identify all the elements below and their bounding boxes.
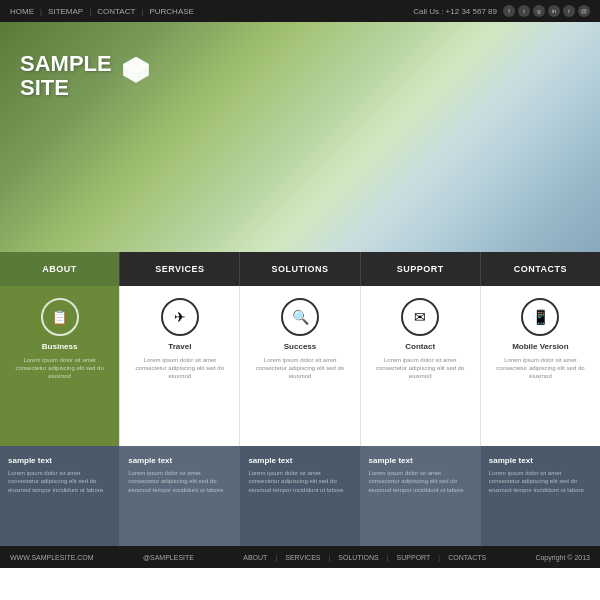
success-label: Success [284,342,316,351]
bottom-text-2: Lorem ipsum dolor sit amet consectetur a… [248,469,351,494]
content-col-0: 📋 Business Lorem ipsum dolor sit amet co… [0,286,120,446]
bottom-text-3: Lorem ipsum dolor sit amet consectetur a… [369,469,472,494]
bottom-col-0: sample text Lorem ipsum dolor sit amet c… [0,446,120,546]
success-icon: 🔍 [281,298,319,336]
social-icons: f t g in r @ [503,5,590,17]
bottom-title-2: sample text [248,456,351,465]
bottom-col-2: sample text Lorem ipsum dolor sit amet c… [240,446,360,546]
top-nav: HOME | SITEMAP | CONTACT | PURCHASE Call… [0,0,600,22]
rss-icon[interactable]: r [563,5,575,17]
bottom-text-4: Lorem ipsum dolor sit amet consectetur a… [489,469,592,494]
bottom-text-0: Lorem ipsum dolor sit amet consectetur a… [8,469,111,494]
travel-desc: Lorem ipsum dolor sit amet consectetur a… [128,357,231,380]
nav-sitemap[interactable]: SITEMAP [48,7,83,16]
contact-icon: ✉ [401,298,439,336]
cube-icon [120,54,152,88]
business-label: Business [42,342,78,351]
content-col-3: ✉ Contact Lorem ipsum dolor sit amet con… [361,286,481,446]
top-nav-links: HOME | SITEMAP | CONTACT | PURCHASE [10,7,194,16]
mobile-label: Mobile Version [512,342,568,351]
linkedin-icon[interactable]: in [548,5,560,17]
nav-services[interactable]: SERVICES [120,252,240,286]
business-desc: Lorem ipsum dolor sit amet consectetur a… [8,357,111,380]
twitter-icon[interactable]: t [518,5,530,17]
nav-contacts[interactable]: CONTACTS [481,252,600,286]
nav-solutions[interactable]: SOLUTIONS [240,252,360,286]
footer-about[interactable]: ABOUT [243,554,267,561]
contact-desc: Lorem ipsum dolor sit amet consectetur a… [369,357,472,380]
contact-label: Contact [405,342,435,351]
bottom-col-1: sample text Lorem ipsum dolor sit amet c… [120,446,240,546]
hero-logo: SAMPLE SITE [20,52,152,100]
bottom-title-4: sample text [489,456,592,465]
mobile-icon: 📱 [521,298,559,336]
bottom-col-4: sample text Lorem ipsum dolor sit amet c… [481,446,600,546]
email-icon[interactable]: @ [578,5,590,17]
nav-support[interactable]: SUPPORT [361,252,481,286]
nav-contact[interactable]: CONTACT [97,7,135,16]
main-nav: ABOUT SERVICES SOLUTIONS SUPPORT CONTACT… [0,252,600,286]
content-col-2: 🔍 Success Lorem ipsum dolor sit amet con… [240,286,360,446]
bottom-title-0: sample text [8,456,111,465]
footer-social-handle: @SAMPLESITE [143,554,194,561]
business-icon: 📋 [41,298,79,336]
footer-support[interactable]: SUPPORT [397,554,431,561]
logo-text: SAMPLE SITE [20,52,112,100]
mobile-desc: Lorem ipsum dolor sit amet consectetur a… [489,357,592,380]
nav-home[interactable]: HOME [10,7,34,16]
bottom-grid: sample text Lorem ipsum dolor sit amet c… [0,446,600,546]
footer-contacts[interactable]: CONTACTS [448,554,486,561]
footer-site-url: WWW.SAMPLESITE.COM [10,554,94,561]
footer-links: ABOUT | SERVICES | SOLUTIONS | SUPPORT |… [243,554,486,561]
nav-about[interactable]: ABOUT [0,252,120,286]
bottom-title-1: sample text [128,456,231,465]
facebook-icon[interactable]: f [503,5,515,17]
bottom-col-3: sample text Lorem ipsum dolor sit amet c… [361,446,481,546]
google-icon[interactable]: g [533,5,545,17]
nav-purchase[interactable]: PURCHASE [149,7,193,16]
footer: WWW.SAMPLESITE.COM @SAMPLESITE ABOUT | S… [0,546,600,568]
footer-copyright: Copyright © 2013 [535,554,590,561]
call-us-text: Call Us : +12 34 567 89 [413,7,497,16]
top-nav-right: Call Us : +12 34 567 89 f t g in r @ [413,5,590,17]
content-grid: 📋 Business Lorem ipsum dolor sit amet co… [0,286,600,446]
travel-icon: ✈ [161,298,199,336]
footer-services[interactable]: SERVICES [285,554,320,561]
footer-solutions[interactable]: SOLUTIONS [338,554,378,561]
travel-label: Travel [168,342,191,351]
bottom-title-3: sample text [369,456,472,465]
content-col-1: ✈ Travel Lorem ipsum dolor sit amet cons… [120,286,240,446]
bottom-text-1: Lorem ipsum dolor sit amet consectetur a… [128,469,231,494]
hero-section: SAMPLE SITE [0,22,600,252]
content-col-4: 📱 Mobile Version Lorem ipsum dolor sit a… [481,286,600,446]
success-desc: Lorem ipsum dolor sit amet consectetur a… [248,357,351,380]
